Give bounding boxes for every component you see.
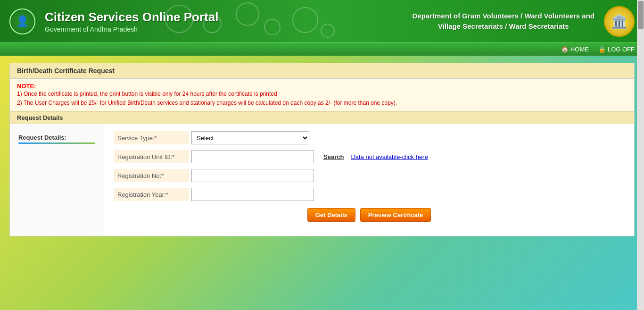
service-type-row: Service Type:* Select Birth Certificate … bbox=[114, 131, 625, 144]
portal-icon: 👤 bbox=[9, 8, 35, 34]
service-type-select[interactable]: Select Birth Certificate Death Certifica… bbox=[191, 131, 309, 144]
tab-sidebar: Request Details: bbox=[10, 124, 104, 236]
form-body: Request Details: Service Type:* Select B… bbox=[10, 124, 634, 236]
form-fields: Service Type:* Select Birth Certificate … bbox=[104, 124, 634, 236]
header-logo: 👤 bbox=[9, 8, 35, 34]
scrollbar[interactable] bbox=[637, 0, 644, 310]
note-line2: 2) The User Charges will be 25/- for Uni… bbox=[17, 99, 627, 108]
tab-request-details[interactable]: Request Details: bbox=[15, 131, 99, 144]
registration-year-label: Registration Year:* bbox=[114, 188, 189, 201]
registration-unit-input[interactable] bbox=[191, 150, 314, 163]
portal-title: Citizen Services Online Portal bbox=[45, 10, 413, 25]
registration-year-row: Registration Year:* bbox=[114, 188, 625, 201]
form-header: Birth/Death Certificate Request bbox=[10, 63, 634, 79]
registration-no-row: Registration No:* bbox=[114, 169, 625, 182]
registration-year-input-wrapper bbox=[191, 188, 314, 201]
portal-subtitle: Government of Andhra Pradesh bbox=[45, 25, 413, 33]
header-title-block: Citizen Services Online Portal Governmen… bbox=[45, 10, 413, 33]
button-row: Get Details Preview Certificate bbox=[114, 208, 625, 229]
department-name: Department of Gram Volunteers / Ward Vol… bbox=[413, 11, 594, 32]
form-title: Birth/Death Certificate Request bbox=[17, 67, 115, 75]
main-content: Birth/Death Certificate Request NOTE: 1)… bbox=[0, 56, 644, 243]
note-label: NOTE: bbox=[17, 83, 627, 90]
lock-icon: 🔒 bbox=[598, 46, 606, 53]
home-link[interactable]: 🏠 HOME bbox=[561, 46, 589, 53]
service-type-input-wrapper: Select Birth Certificate Death Certifica… bbox=[191, 131, 309, 144]
get-details-button[interactable]: Get Details bbox=[307, 208, 355, 222]
logoff-link[interactable]: 🔒 LOG OFF bbox=[598, 46, 635, 53]
header: 👤 Citizen Services Online Portal Governm… bbox=[0, 0, 644, 42]
registration-unit-row: Registration Unit ID:* Search Data not a… bbox=[114, 150, 625, 163]
note-line1: 1) Once the certificate is printed, the … bbox=[17, 90, 627, 99]
registration-unit-input-wrapper bbox=[191, 150, 314, 163]
home-icon: 🏠 bbox=[561, 46, 569, 53]
scrollbar-thumb[interactable] bbox=[638, 1, 644, 29]
section-title: Request Details bbox=[17, 114, 63, 121]
search-link[interactable]: Search bbox=[323, 153, 344, 160]
section-title-bar: Request Details bbox=[10, 112, 634, 124]
registration-no-input[interactable] bbox=[191, 169, 314, 182]
service-type-label: Service Type:* bbox=[114, 131, 189, 144]
registration-no-label: Registration No:* bbox=[114, 169, 189, 182]
form-container: Birth/Death Certificate Request NOTE: 1)… bbox=[9, 63, 635, 236]
registration-unit-label: Registration Unit ID:* bbox=[114, 150, 189, 163]
data-not-available-link[interactable]: Data not available-click here bbox=[351, 153, 428, 160]
note-section: NOTE: 1) Once the certificate is printed… bbox=[10, 79, 634, 112]
registration-no-input-wrapper bbox=[191, 169, 314, 182]
navbar: 🏠 HOME 🔒 LOG OFF bbox=[0, 42, 644, 56]
preview-certificate-button[interactable]: Preview Certificate bbox=[360, 208, 431, 222]
registration-year-input[interactable] bbox=[191, 188, 314, 201]
state-emblem: 🏛️ bbox=[604, 6, 635, 37]
